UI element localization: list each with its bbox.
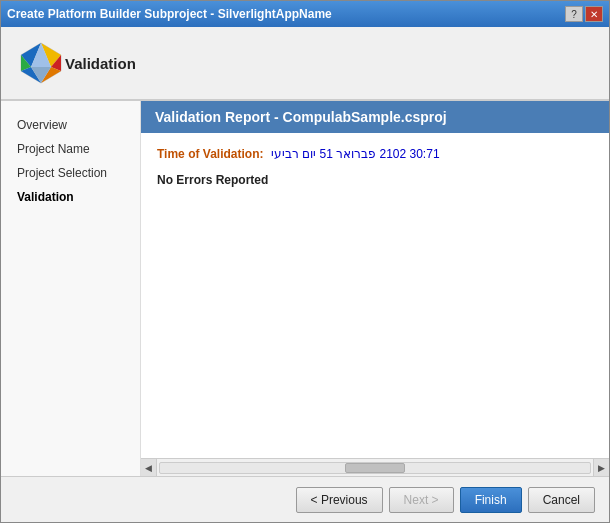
main-window: Create Platform Builder Subproject - Sil… xyxy=(0,0,610,523)
page-title: Validation xyxy=(65,55,136,72)
header-area: Validation xyxy=(1,27,609,100)
sidebar-item-project-selection[interactable]: Project Selection xyxy=(1,161,140,185)
help-button[interactable]: ? xyxy=(565,6,583,22)
window-title: Create Platform Builder Subproject - Sil… xyxy=(7,7,332,21)
finish-button[interactable]: Finish xyxy=(460,487,522,513)
content-area: Overview Project Name Project Selection … xyxy=(1,100,609,476)
sidebar: Overview Project Name Project Selection … xyxy=(1,101,141,476)
main-panel: Validation Report - CompulabSample.cspro… xyxy=(141,101,609,476)
report-body: Time of Validation: 17:03 2012 פברואר 15… xyxy=(141,133,609,458)
close-button[interactable]: ✕ xyxy=(585,6,603,22)
scroll-left-button[interactable]: ◀ xyxy=(141,459,157,477)
title-bar: Create Platform Builder Subproject - Sil… xyxy=(1,1,609,27)
scrollbar-thumb[interactable] xyxy=(345,463,405,473)
cancel-button[interactable]: Cancel xyxy=(528,487,595,513)
logo-icon xyxy=(17,39,65,87)
footer: < Previous Next > Finish Cancel xyxy=(1,476,609,522)
validation-time-row: Time of Validation: 17:03 2012 פברואר 15… xyxy=(157,147,593,161)
report-header: Validation Report - CompulabSample.cspro… xyxy=(141,101,609,133)
time-value: 17:03 2012 פברואר 15 יום רביעי xyxy=(271,147,440,161)
sidebar-item-overview[interactable]: Overview xyxy=(1,113,140,137)
title-controls: ? ✕ xyxy=(565,6,603,22)
window-body: Validation Overview Project Name Project… xyxy=(1,27,609,522)
scrollbar-area: ◀ ▶ xyxy=(141,458,609,476)
scroll-right-button[interactable]: ▶ xyxy=(593,459,609,477)
sidebar-item-project-name[interactable]: Project Name xyxy=(1,137,140,161)
no-errors-text: No Errors Reported xyxy=(157,173,593,187)
scrollbar-track[interactable] xyxy=(159,462,591,474)
previous-button[interactable]: < Previous xyxy=(296,487,383,513)
sidebar-item-validation[interactable]: Validation xyxy=(1,185,140,209)
next-button[interactable]: Next > xyxy=(389,487,454,513)
time-label: Time of Validation: xyxy=(157,147,263,161)
